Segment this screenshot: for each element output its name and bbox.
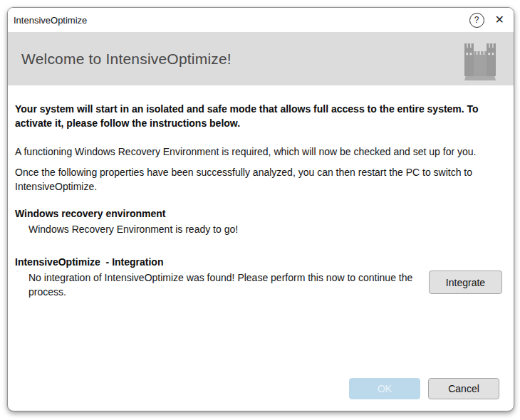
recovery-status-text: Windows Recovery Environment is ready to… [28, 222, 502, 236]
restart-info-text: Once the following properties have been … [15, 165, 502, 194]
recovery-section-heading: Windows recovery environment [15, 206, 502, 221]
dialog-content: Your system will start in an isolated an… [8, 85, 514, 411]
close-icon: ✕ [495, 14, 504, 26]
desktop-background: IntensiveOptimize ? ✕ Welcome to Intensi… [0, 0, 520, 420]
welcome-banner: Welcome to IntensiveOptimize! [8, 32, 514, 85]
help-button[interactable]: ? [469, 13, 484, 28]
ok-button[interactable]: OK [349, 378, 420, 399]
titlebar-icons: ? ✕ [469, 13, 504, 28]
dialog-window: IntensiveOptimize ? ✕ Welcome to Intensi… [7, 7, 514, 411]
integration-row: No integration of IntensiveOptimize was … [15, 271, 502, 299]
integrate-button[interactable]: Integrate [429, 271, 502, 294]
dialog-footer: OK Cancel [349, 378, 499, 399]
castle-icon [464, 43, 496, 80]
welcome-title: Welcome to IntensiveOptimize! [21, 51, 464, 68]
integration-status-text: No integration of IntensiveOptimize was … [28, 271, 417, 299]
recovery-check-text: A functioning Windows Recovery Environme… [15, 145, 502, 159]
help-icon: ? [469, 13, 484, 28]
intro-text: Your system will start in an isolated an… [15, 102, 502, 130]
window-title: IntensiveOptimize [14, 15, 469, 26]
section-recovery-environment: Windows recovery environment Windows Rec… [15, 206, 502, 236]
titlebar[interactable]: IntensiveOptimize ? ✕ [8, 8, 514, 32]
integration-section-heading: IntensiveOptimize - Integration [15, 255, 502, 269]
cancel-button[interactable]: Cancel [428, 378, 499, 399]
section-integration: IntensiveOptimize - Integration No integ… [15, 255, 502, 299]
close-button[interactable]: ✕ [495, 14, 504, 26]
